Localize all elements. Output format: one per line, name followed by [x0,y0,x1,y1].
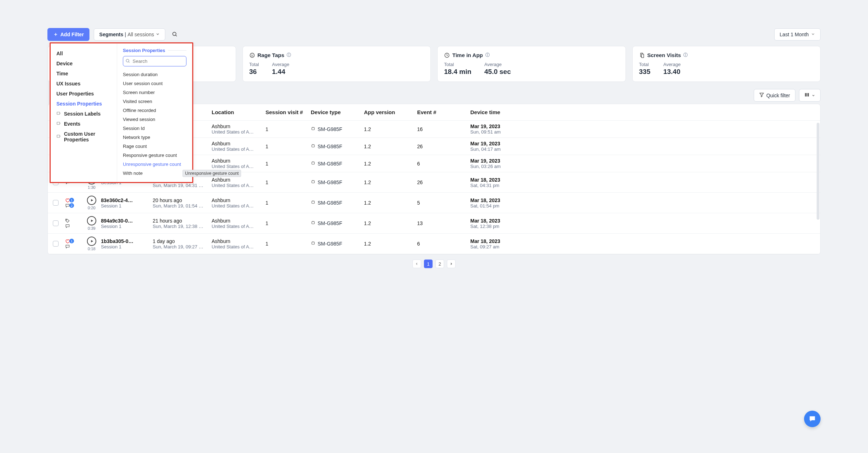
time-range-dropdown[interactable]: Last 1 Month [774,28,821,41]
table-row[interactable]: 0:39894a9c30-0…Session 121 hours agoSun,… [48,213,820,234]
table-row[interactable]: 120:2083e360c2-4…Session 120 hours agoSu… [48,193,820,213]
location-cell: AshburnUnited States of A… [210,141,264,152]
card-time-in-app: Time in App ⓘ Total18.4 min Average45.0 … [437,46,626,82]
filter-property-item[interactable]: Session Id [123,124,186,133]
play-button[interactable] [87,216,96,225]
card-stat-value: 1.44 [272,68,289,76]
location-cell: AshburnUnited States of A… [210,218,264,229]
events-cell: 5 [416,200,469,206]
device-time-cell: Mar 18, 2023Sat, 01:54 pm [469,197,523,209]
svg-line-40 [314,242,314,242]
svg-line-14 [312,127,313,127]
play-button[interactable] [87,237,96,246]
device-cell: SM-G985F [309,179,363,185]
filter-category[interactable]: Device [56,59,111,69]
location-cell: AshburnUnited States of A… [210,177,264,188]
filter-category-label: UX Issues [56,81,80,87]
card-stat-value: 45.0 sec [484,68,511,76]
col-app-version[interactable]: App version [363,109,416,115]
filter-category[interactable]: Custom User Properties [56,129,111,145]
filter-category[interactable]: Events [56,119,111,129]
svg-rect-25 [312,181,315,183]
filter-category[interactable]: User Properties [56,89,111,99]
play-button[interactable] [87,196,96,205]
add-filter-button[interactable]: ＋ Add Filter [47,28,89,41]
page-next[interactable] [447,260,456,268]
col-event[interactable]: Event # [416,109,469,115]
svg-line-23 [314,161,314,162]
scrollbar[interactable] [817,123,819,220]
svg-line-19 [314,144,314,145]
svg-line-39 [312,242,313,242]
columns-icon [804,92,809,98]
quick-filter-button[interactable]: Quick filter [754,89,795,102]
filter-category-label: User Properties [56,91,94,97]
svg-rect-43 [57,122,60,125]
svg-line-35 [312,221,313,222]
filter-property-item[interactable]: With note [123,169,186,178]
tag-icon [65,218,70,223]
filter-property-item[interactable]: Network type [123,133,186,142]
segments-dropdown[interactable]: Segments | All sessions [94,28,165,41]
filter-property-item[interactable]: Screen number [123,88,186,97]
visit-cell: 1 [264,161,309,167]
android-icon [311,126,315,132]
label-icon [56,134,61,140]
property-search-input[interactable] [123,56,186,66]
label-icon [56,111,61,117]
device-cell: SM-G985F [309,126,363,132]
col-device-type[interactable]: Device type [309,109,363,115]
filter-category[interactable]: Session Labels [56,109,111,119]
row-tags [64,218,84,229]
columns-button[interactable] [799,89,821,102]
filter-property-item[interactable]: Viewed session [123,115,186,124]
card-title: Screen Visits [647,52,681,58]
filter-property-item[interactable]: Visited screen [123,97,186,106]
filter-category[interactable]: Session Properties [56,99,111,109]
filter-property-item[interactable]: Session duration [123,70,186,79]
card-rage-taps: Rage Taps ⓘ Total36 Average1.44 [243,46,431,82]
table-row[interactable]: 10:181b3ba305-0…Session 11 day agoSun, M… [48,234,820,254]
filter-category-label: Custom User Properties [64,131,111,143]
info-icon[interactable]: ⓘ [485,52,490,58]
filter-category-label: Time [56,71,68,76]
toolbar: ＋ Add Filter Segments | All sessions Las… [47,28,821,41]
filter-categories: AllDeviceTimeUX IssuesUser PropertiesSes… [51,43,117,182]
search-icon[interactable] [170,29,180,40]
filter-category[interactable]: All [56,48,111,59]
filter-category[interactable]: Time [56,69,111,79]
device-time-cell: Mar 18, 2023Sat, 09:27 am [469,238,523,249]
info-icon[interactable]: ⓘ [683,52,688,58]
row-checkbox[interactable] [53,241,59,247]
filter-category-label: All [56,51,63,56]
filter-property-item[interactable]: Responsive gesture count [123,151,186,160]
col-location[interactable]: Location [210,109,264,115]
col-device-time[interactable]: Device time [469,109,523,115]
page-prev[interactable] [412,260,421,268]
svg-rect-17 [312,145,315,147]
quick-filter-label: Quick filter [766,93,790,98]
filter-category-label: Session Properties [56,101,102,107]
visit-cell: 1 [264,220,309,226]
device-cell: SM-G985F [309,144,363,149]
info-icon[interactable]: ⓘ [287,52,291,58]
filter-category[interactable]: UX Issues [56,79,111,89]
label-icon [56,121,61,127]
svg-line-15 [314,127,314,127]
page-2[interactable]: 2 [435,260,444,268]
pagination: 1 2 [47,254,821,270]
location-cell: AshburnUnited States of A… [210,238,264,249]
filter-property-item[interactable]: Unresponsive gesture count [123,160,186,169]
col-session-visit[interactable]: Session visit # [264,109,309,115]
time-range-label: Last 1 Month [780,32,809,37]
filter-property-item[interactable]: User session count [123,79,186,88]
page-1[interactable]: 1 [424,260,433,268]
play-duration: 0:20 [88,206,95,210]
filter-property-item[interactable]: Rage count [123,142,186,151]
filter-property-item[interactable]: Offline recorded [123,106,186,115]
row-checkbox[interactable] [53,200,59,206]
svg-point-2 [250,53,254,57]
android-icon [311,144,315,149]
row-checkbox[interactable] [53,220,59,226]
svg-marker-8 [760,93,764,97]
